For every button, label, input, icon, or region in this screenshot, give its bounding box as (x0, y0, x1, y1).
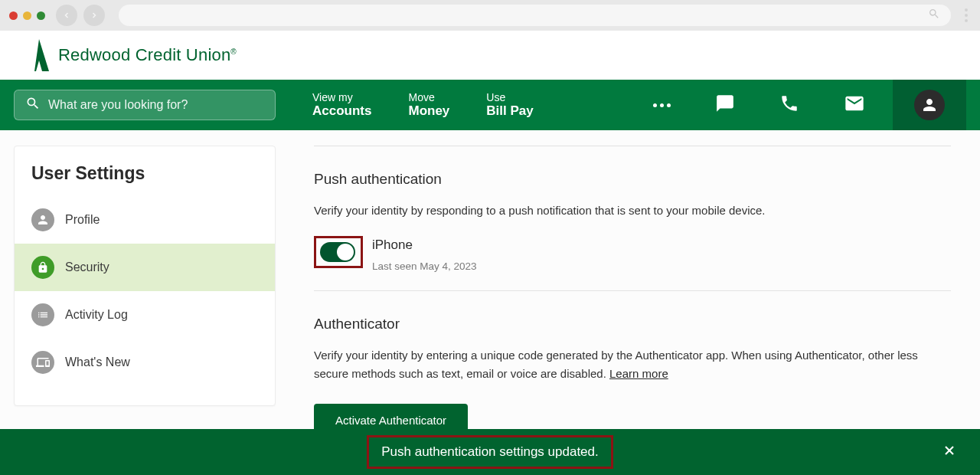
toast-notification: Push authentication settings updated. (0, 429, 980, 475)
section-divider (314, 146, 951, 146)
security-settings-pane: Push authentication Verify your identity… (276, 146, 966, 475)
tree-icon (28, 39, 51, 71)
device-last-seen: Last seen May 4, 2023 (372, 260, 477, 272)
nav-link-small: View my (312, 91, 371, 103)
site-search-input[interactable] (48, 98, 264, 112)
nav-link-billpay[interactable]: Use Bill Pay (486, 91, 533, 119)
sidebar-item-profile[interactable]: Profile (15, 196, 275, 244)
browser-url-bar[interactable] (119, 5, 951, 26)
browser-chrome (0, 0, 980, 31)
nav-link-label: Accounts (312, 103, 371, 119)
list-icon (31, 303, 54, 326)
brand-name: Redwood Credit Union® (58, 45, 237, 65)
content-area: User Settings Profile Security Activity … (0, 130, 980, 475)
toggle-knob (337, 244, 354, 260)
authenticator-description: Verify your identity by entering a uniqu… (314, 346, 951, 382)
sidebar-item-label: Profile (65, 213, 100, 227)
logo-bar: Redwood Credit Union® (0, 31, 980, 80)
sidebar-title: User Settings (15, 163, 275, 196)
account-menu[interactable] (893, 80, 966, 130)
nav-icons (653, 93, 865, 117)
site-search[interactable] (14, 90, 276, 120)
push-auth-description: Verify your identity by responding to a … (314, 201, 951, 219)
phone-icon[interactable] (779, 93, 799, 116)
sidebar-item-label: What's New (65, 355, 130, 369)
sidebar-item-label: Security (65, 260, 109, 274)
learn-more-link[interactable]: Learn more (609, 367, 668, 380)
sidebar-item-security[interactable]: Security (15, 244, 275, 291)
nav-link-money[interactable]: Move Money (408, 91, 449, 119)
mail-icon[interactable] (844, 93, 865, 117)
primary-nav: View my Accounts Move Money Use Bill Pay (0, 80, 980, 130)
person-icon (31, 208, 54, 231)
more-icon[interactable] (653, 103, 671, 107)
push-auth-heading: Push authentication (314, 171, 951, 188)
nav-link-label: Money (408, 103, 449, 119)
push-auth-toggle[interactable] (320, 242, 355, 262)
authenticator-heading: Authenticator (314, 316, 951, 332)
sidebar-item-label: Activity Log (65, 308, 128, 322)
close-icon (942, 443, 957, 458)
nav-links: View my Accounts Move Money Use Bill Pay (312, 91, 534, 119)
device-name: iPhone (372, 238, 477, 253)
avatar-icon (914, 90, 945, 120)
devices-icon (31, 351, 54, 374)
user-settings-sidebar: User Settings Profile Security Activity … (14, 146, 276, 406)
search-icon (25, 96, 41, 114)
toast-close-button[interactable] (942, 443, 957, 461)
window-close[interactable] (9, 11, 18, 20)
nav-link-accounts[interactable]: View my Accounts (312, 91, 371, 119)
nav-link-label: Bill Pay (486, 103, 533, 119)
push-device-row: iPhone Last seen May 4, 2023 (314, 236, 951, 272)
chat-icon[interactable] (715, 93, 735, 116)
toggle-highlight (314, 236, 363, 268)
toast-message: Push authentication settings updated. (367, 435, 613, 469)
nav-link-small: Move (408, 91, 449, 103)
window-minimize[interactable] (23, 11, 31, 20)
device-info: iPhone Last seen May 4, 2023 (372, 236, 477, 272)
brand-logo[interactable]: Redwood Credit Union® (28, 39, 237, 71)
browser-back-button[interactable] (56, 5, 77, 26)
sidebar-item-activity-log[interactable]: Activity Log (15, 291, 275, 339)
browser-menu-icon[interactable] (965, 8, 971, 22)
sidebar-item-whats-new[interactable]: What's New (15, 339, 275, 386)
window-controls (9, 11, 45, 20)
window-maximize[interactable] (37, 11, 45, 20)
search-icon (928, 8, 940, 23)
section-divider (314, 290, 951, 291)
browser-nav-arrows (56, 5, 105, 26)
lock-icon (31, 256, 54, 279)
nav-link-small: Use (486, 91, 533, 103)
browser-forward-button[interactable] (83, 5, 105, 26)
